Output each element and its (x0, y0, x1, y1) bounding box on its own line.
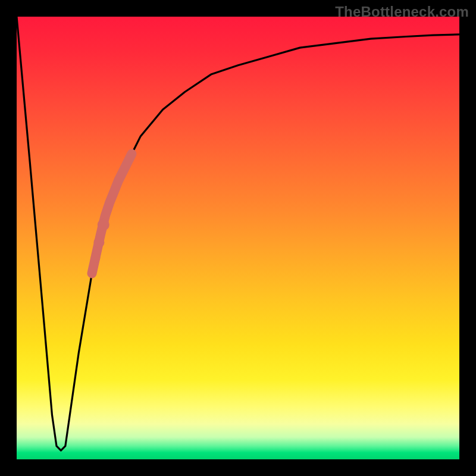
chart-frame: TheBottleneck.com (0, 0, 476, 476)
marker-dot (90, 253, 100, 263)
plot-area (17, 17, 459, 459)
watermark-text: TheBottleneck.com (335, 4, 469, 20)
bottleneck-curve (17, 17, 459, 450)
chart-svg (17, 17, 459, 459)
marker-dot (93, 237, 104, 248)
marker-dot (98, 219, 109, 231)
curve-group (17, 17, 459, 450)
